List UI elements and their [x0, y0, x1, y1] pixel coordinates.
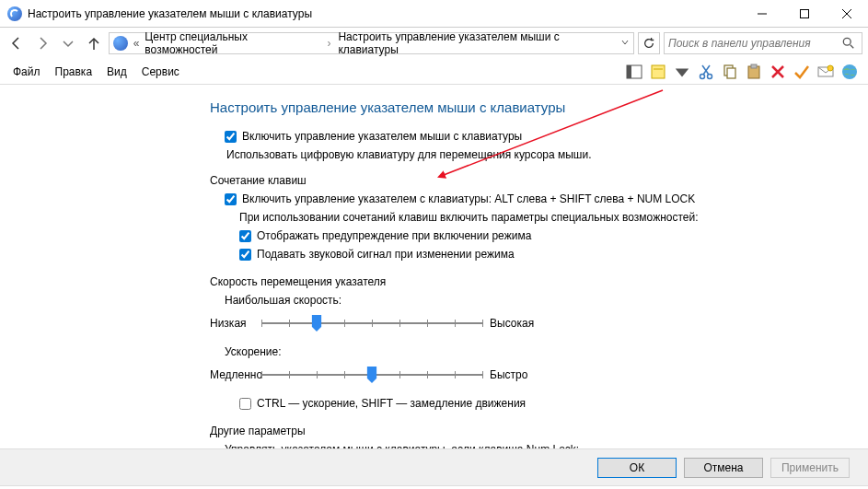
- enable-mousekeys-checkbox[interactable]: [225, 131, 237, 143]
- search-input[interactable]: [668, 37, 839, 50]
- globe-icon[interactable]: [840, 63, 859, 81]
- svg-rect-8: [627, 65, 631, 78]
- svg-point-23: [827, 65, 833, 71]
- close-button[interactable]: [826, 0, 868, 27]
- max-speed-label: Наибольшая скорость:: [225, 294, 831, 307]
- menu-service[interactable]: Сервис: [134, 62, 187, 82]
- window-title: Настроить управление указателем мыши с к…: [28, 7, 741, 20]
- title-bar: Настроить управление указателем мыши с к…: [0, 0, 868, 28]
- play-sound-checkbox[interactable]: [239, 249, 251, 261]
- svg-rect-9: [652, 65, 665, 78]
- show-warning-label: Отображать предупреждение при включении …: [257, 229, 531, 242]
- max-speed-slider-row: Низкая Высокая: [210, 312, 831, 334]
- check-icon[interactable]: [793, 63, 811, 81]
- breadcrumb-part1[interactable]: Центр специальных возможностей: [145, 30, 319, 56]
- svg-point-24: [842, 64, 857, 79]
- forward-button[interactable]: [31, 32, 53, 54]
- play-sound-label: Подавать звуковой сигнал при изменении р…: [257, 248, 515, 261]
- note-icon[interactable]: [649, 63, 667, 81]
- chevron-right-icon: ›: [323, 37, 334, 50]
- svg-rect-1: [801, 9, 809, 17]
- menu-edit[interactable]: Правка: [48, 62, 100, 82]
- cut-icon[interactable]: [697, 63, 715, 81]
- svg-line-6: [851, 45, 854, 49]
- ctrl-shift-row: CTRL — ускорение, SHIFT — замедление дви…: [239, 397, 831, 410]
- content-scroll[interactable]: Настроить управление указателем мыши с к…: [0, 85, 868, 448]
- accel-slider[interactable]: [261, 364, 482, 386]
- page-content: Настроить управление указателем мыши с к…: [0, 85, 868, 448]
- svg-rect-19: [751, 64, 757, 68]
- svg-line-15: [702, 65, 709, 75]
- back-button[interactable]: [6, 32, 28, 54]
- ok-button[interactable]: ОК: [597, 458, 677, 478]
- shortcut-enable-row: Включить управление указателем с клавиат…: [225, 192, 831, 205]
- svg-point-12: [700, 74, 705, 78]
- ctrl-shift-label: CTRL — ускорение, SHIFT — замедление дви…: [257, 397, 526, 410]
- enable-mousekeys-desc: Использовать цифровую клавиатуру для пер…: [226, 148, 831, 161]
- breadcrumb[interactable]: « Центр специальных возможностей › Настр…: [109, 32, 634, 54]
- enable-mousekeys-row: Включить управление указателем мыши с кл…: [225, 130, 831, 143]
- other-numlock-label: Управлять указателем мыши с клавиатуры, …: [225, 443, 831, 448]
- copy-icon[interactable]: [721, 63, 739, 81]
- toggle-pane-icon[interactable]: [625, 63, 643, 81]
- speed-low-label: Низкая: [210, 317, 261, 330]
- svg-point-13: [708, 74, 712, 78]
- accel-slow-label: Медленно: [210, 368, 261, 381]
- play-sound-row: Подавать звуковой сигнал при изменении р…: [239, 248, 831, 261]
- apply-button[interactable]: Применить: [770, 458, 850, 478]
- page-title: Настроить управление указателем мыши с к…: [210, 99, 831, 115]
- app-icon: [7, 6, 22, 21]
- svg-rect-17: [727, 68, 735, 78]
- accel-thumb[interactable]: [367, 367, 377, 383]
- svg-marker-11: [676, 68, 689, 76]
- accel-slider-row: Медленно Быстро: [210, 364, 831, 386]
- search-icon[interactable]: [839, 34, 858, 52]
- maximize-button[interactable]: [783, 0, 826, 27]
- shortcut-enable-label: Включить управление указателем с клавиат…: [242, 192, 695, 205]
- search-box[interactable]: [664, 32, 862, 54]
- window-controls: [741, 0, 868, 27]
- menu-file[interactable]: Файл: [6, 62, 48, 82]
- delete-icon[interactable]: [769, 63, 787, 81]
- shortcut-enable-checkbox[interactable]: [225, 193, 237, 205]
- status-bar: Элементов: 0 Компьютер: [0, 485, 868, 489]
- chevron-down-icon[interactable]: [620, 37, 630, 50]
- minimize-button[interactable]: [741, 0, 783, 27]
- other-section-label: Другие параметры: [210, 425, 831, 437]
- menu-bar: Файл Правка Вид Сервис: [0, 59, 868, 85]
- max-speed-thumb[interactable]: [312, 315, 322, 332]
- accel-label: Ускорение:: [225, 345, 831, 358]
- toolbar: [625, 63, 862, 81]
- speed-section-label: Скорость перемещения указателя: [210, 275, 831, 288]
- button-bar: ОК Отмена Применить: [0, 448, 868, 485]
- control-panel-icon: [113, 36, 128, 51]
- svg-point-5: [843, 38, 851, 45]
- breadcrumb-overflow[interactable]: «: [132, 37, 142, 50]
- paste-icon[interactable]: [745, 63, 763, 81]
- accel-fast-label: Быстро: [482, 368, 538, 381]
- refresh-button[interactable]: [638, 32, 660, 54]
- shortcut-section-label: Сочетание клавиш: [210, 174, 831, 187]
- up-button[interactable]: [83, 32, 105, 54]
- enable-mousekeys-label: Включить управление указателем мыши с кл…: [242, 130, 522, 143]
- speed-high-label: Высокая: [482, 317, 538, 330]
- recent-button[interactable]: [57, 32, 79, 54]
- address-bar: « Центр специальных возможностей › Настр…: [0, 28, 868, 59]
- svg-line-14: [703, 65, 710, 75]
- ctrl-shift-checkbox[interactable]: [239, 398, 251, 410]
- max-speed-slider[interactable]: [261, 312, 482, 334]
- cancel-button[interactable]: Отмена: [684, 458, 763, 478]
- show-warning-checkbox[interactable]: [239, 230, 251, 242]
- shortcut-include-label: При использовании сочетаний клавиш включ…: [239, 211, 831, 224]
- menu-view[interactable]: Вид: [99, 62, 134, 82]
- dropdown-icon[interactable]: [673, 63, 691, 81]
- mail-icon[interactable]: [816, 63, 835, 81]
- breadcrumb-part2[interactable]: Настроить управление указателем мыши с к…: [338, 30, 617, 56]
- show-warning-row: Отображать предупреждение при включении …: [239, 229, 831, 242]
